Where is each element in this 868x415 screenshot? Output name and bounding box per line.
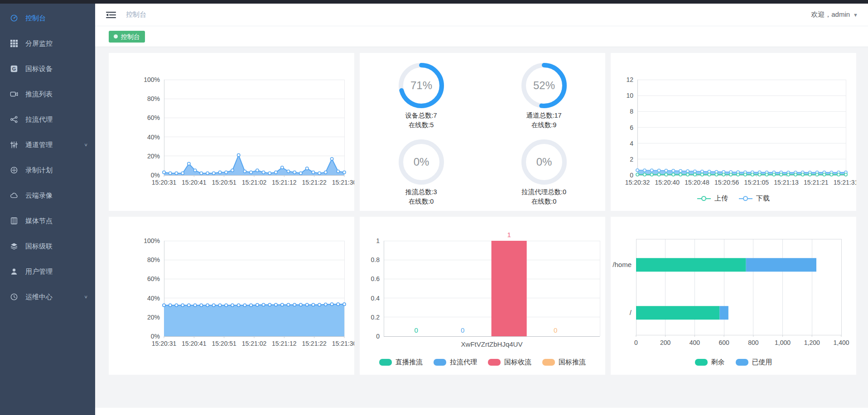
sidebar-item-ops[interactable]: 运维中心∨ xyxy=(0,284,95,310)
disk-usage-chart-container: 02004006008001,0001,2001,400/home/剩余已使用 xyxy=(611,217,856,375)
gauge-ring: 71% xyxy=(398,62,445,109)
tab-console[interactable]: 控制台 xyxy=(109,31,145,43)
legend-item[interactable]: 国标推流 xyxy=(542,358,586,367)
panel-grid: 0%20%40%60%80%100%15:20:3115:20:4115:20:… xyxy=(109,53,856,375)
sidebar-item-media-node[interactable]: 媒体节点 xyxy=(0,208,95,234)
push-stream-icon xyxy=(10,90,19,98)
legend-swatch-icon xyxy=(434,359,446,366)
collapse-sidebar-icon xyxy=(105,10,117,19)
svg-text:1: 1 xyxy=(507,231,511,239)
svg-text:15:21:22: 15:21:22 xyxy=(302,340,327,347)
sidebar-item-label: 控制台 xyxy=(25,14,46,23)
svg-text:15:20:56: 15:20:56 xyxy=(714,179,739,186)
sidebar-item-push-stream[interactable]: 推流列表 xyxy=(0,81,95,107)
legend-swatch-icon xyxy=(739,196,752,202)
legend-label: 剩余 xyxy=(711,358,725,367)
chart-legend: 剩余已使用 xyxy=(611,358,856,367)
tab-console-label: 控制台 xyxy=(121,33,140,40)
svg-text:G: G xyxy=(12,66,16,72)
sidebar-item-channels[interactable]: 通道管理∨ xyxy=(0,132,95,157)
media-node-icon xyxy=(10,217,19,225)
svg-text:15:21:05: 15:21:05 xyxy=(744,179,769,186)
svg-text:15:21:30: 15:21:30 xyxy=(332,340,354,347)
svg-text:15:20:32: 15:20:32 xyxy=(625,179,650,186)
legend-item[interactable]: 下载 xyxy=(739,194,770,203)
svg-text:15:21:22: 15:21:22 xyxy=(302,179,327,186)
gauge: 52%通道总数:17在线数:9 xyxy=(482,57,605,134)
svg-text:15:20:51: 15:20:51 xyxy=(212,179,236,186)
svg-text:15:21:12: 15:21:12 xyxy=(272,340,297,347)
legend-item[interactable]: 已使用 xyxy=(736,358,772,367)
svg-text:71%: 71% xyxy=(410,79,432,91)
gauge-stats: 推流总数:3在线数:0 xyxy=(405,187,437,206)
sidebar-item-label: 国标级联 xyxy=(25,242,53,251)
svg-text:1,400: 1,400 xyxy=(833,339,849,346)
gauge-ring: 0% xyxy=(398,138,445,186)
gauge-ring: 52% xyxy=(521,62,568,109)
dashboard-content: 0%20%40%60%80%100%15:20:3115:20:4115:20:… xyxy=(95,47,868,408)
svg-text:0.6: 0.6 xyxy=(371,275,380,282)
caret-down-icon: ▼ xyxy=(853,12,858,18)
sidebar-item-cascade[interactable]: 国标级联 xyxy=(0,234,95,259)
sidebar-item-user[interactable]: 用户管理 xyxy=(0,259,95,284)
sidebar-item-gb-device[interactable]: G国标设备 xyxy=(0,56,95,81)
legend-swatch-icon xyxy=(488,359,501,366)
svg-text:40%: 40% xyxy=(147,295,160,302)
svg-text:15:21:02: 15:21:02 xyxy=(242,340,267,347)
svg-text:20%: 20% xyxy=(147,314,160,321)
svg-text:0: 0 xyxy=(414,326,418,334)
sidebar-item-record-plan[interactable]: 录制计划 xyxy=(0,157,95,183)
collapse-sidebar-button[interactable] xyxy=(105,10,117,19)
user-icon xyxy=(10,267,19,276)
legend-item[interactable]: 剩余 xyxy=(695,358,725,367)
svg-text:15:21:30: 15:21:30 xyxy=(332,179,354,186)
svg-text:1,200: 1,200 xyxy=(804,339,820,346)
cpu-usage-chart: 0%20%40%60%80%100%15:20:3115:20:4115:20:… xyxy=(109,53,354,211)
svg-text:2: 2 xyxy=(630,156,633,163)
gb-device-icon: G xyxy=(10,65,19,73)
sidebar-item-dashboard[interactable]: 控制台 xyxy=(0,5,95,31)
svg-text:15:20:31: 15:20:31 xyxy=(152,179,177,186)
svg-text:0: 0 xyxy=(634,339,638,346)
svg-text:15:21:02: 15:21:02 xyxy=(242,179,267,186)
cpu-usage-panel: 0%20%40%60%80%100%15:20:3115:20:4115:20:… xyxy=(109,53,354,211)
legend-item[interactable]: 上传 xyxy=(697,194,728,203)
legend-label: 直播推流 xyxy=(395,358,423,367)
status-gauges-panel: 71%设备总数:7在线数:552%通道总数:17在线数:90%推流总数:3在线数… xyxy=(360,53,605,211)
svg-text:100%: 100% xyxy=(144,76,160,83)
svg-text:80%: 80% xyxy=(147,256,160,263)
svg-text:15:21:13: 15:21:13 xyxy=(774,179,799,186)
sidebar-item-cloud-record[interactable]: 云端录像 xyxy=(0,183,95,208)
svg-text:20%: 20% xyxy=(147,153,160,160)
memory-usage-panel: 0%20%40%60%80%100%15:20:3115:20:4115:20:… xyxy=(109,217,354,375)
legend-item[interactable]: 拉流代理 xyxy=(434,358,477,367)
svg-text:10: 10 xyxy=(626,92,633,99)
main-column: 控制台 欢迎，admin ▼ 控制台 0%20%40%60%80%100%15:… xyxy=(95,4,868,415)
svg-text:15:21:21: 15:21:21 xyxy=(804,179,829,186)
legend-item[interactable]: 国标收流 xyxy=(488,358,531,367)
sidebar-item-label: 通道管理 xyxy=(25,141,53,149)
tag-bar: 控制台 xyxy=(95,26,868,47)
disk-usage-chart: 02004006008001,0001,2001,400/home/ xyxy=(611,217,856,375)
svg-text:15:20:41: 15:20:41 xyxy=(182,179,207,186)
status-gauges-container: 71%设备总数:7在线数:552%通道总数:17在线数:90%推流总数:3在线数… xyxy=(360,53,605,211)
footer-space xyxy=(95,408,868,415)
sidebar-item-pull-proxy[interactable]: 拉流代理 xyxy=(0,107,95,132)
svg-text:0: 0 xyxy=(554,326,557,334)
sidebar-item-label: 运维中心 xyxy=(25,293,53,301)
stream-count-chart: 00.20.40.60.810010XwFtVZrtZbHJq4UV xyxy=(360,217,605,375)
cascade-icon xyxy=(10,242,19,250)
sidebar: 控制台分屏监控G国标设备推流列表拉流代理通道管理∨录制计划云端录像媒体节点国标级… xyxy=(0,4,95,415)
disk-usage-panel: 02004006008001,0001,2001,400/home/剩余已使用 xyxy=(611,217,856,375)
user-menu[interactable]: 欢迎，admin ▼ xyxy=(811,10,858,19)
svg-text:15:20:31: 15:20:31 xyxy=(152,340,177,347)
chart-legend: 直播推流拉流代理国标收流国标推流 xyxy=(360,358,605,367)
stream-count-chart-container: 00.20.40.60.810010XwFtVZrtZbHJq4UV直播推流拉流… xyxy=(360,217,605,375)
sidebar-item-grid[interactable]: 分屏监控 xyxy=(0,31,95,56)
record-plan-icon xyxy=(10,166,19,174)
legend-item[interactable]: 直播推流 xyxy=(379,358,423,367)
app-window: 控制台分屏监控G国标设备推流列表拉流代理通道管理∨录制计划云端录像媒体节点国标级… xyxy=(0,0,868,415)
channels-icon xyxy=(10,141,19,149)
sidebar-item-label: 推流列表 xyxy=(25,90,53,99)
svg-text:0%: 0% xyxy=(151,333,160,340)
